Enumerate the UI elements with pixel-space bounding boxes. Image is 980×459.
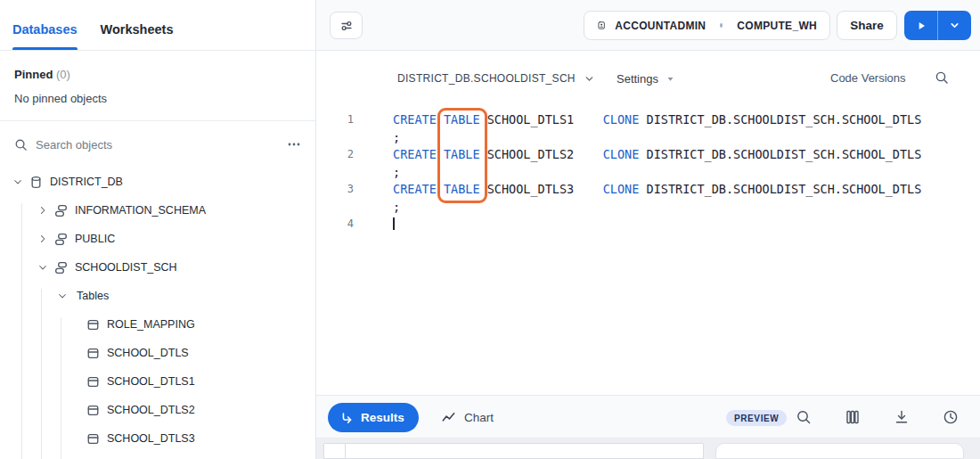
- tree-item-tables[interactable]: Tables: [0, 282, 315, 310]
- line-number: [316, 199, 354, 217]
- results-columns-button[interactable]: [837, 402, 868, 432]
- tab-databases[interactable]: Databases: [12, 22, 78, 50]
- tree-indent-guide: [41, 289, 42, 459]
- sidebar-tabs: Databases Worksheets: [0, 0, 315, 51]
- sql-keyword: TABLE: [444, 182, 480, 196]
- tree-item-role_mapping[interactable]: ROLE_MAPPING: [0, 310, 315, 339]
- search-input[interactable]: [36, 138, 279, 152]
- object-tree: DISTRICT_DBINFORMATION_SCHEMAPUBLICSCHOO…: [0, 168, 315, 453]
- chevron-down-icon[interactable]: [11, 175, 25, 189]
- code-line[interactable]: 3CREATE TABLE SCHOOL_DTLS3 CLONE DISTRIC…: [316, 181, 980, 199]
- code-versions-button[interactable]: Code Versions: [830, 71, 906, 85]
- tree-item-schooldist_sch[interactable]: SCHOOLDIST_SCH: [0, 253, 315, 282]
- share-button[interactable]: Share: [837, 11, 897, 40]
- tree-item-label: SCHOOL_DTLS2: [107, 404, 195, 416]
- sql-keyword: CREATE: [393, 147, 437, 161]
- results-search-button[interactable]: [788, 402, 819, 432]
- chevron-right-icon[interactable]: [36, 203, 50, 217]
- run-split-button: [904, 11, 971, 40]
- tree-item-information_schema[interactable]: INFORMATION_SCHEMA: [0, 196, 315, 225]
- results-grid-header: [346, 443, 704, 459]
- chevron-down-icon[interactable]: [55, 289, 69, 303]
- results-history-button[interactable]: [935, 402, 966, 432]
- line-number: [316, 129, 354, 147]
- preview-badge: PREVIEW: [726, 410, 787, 426]
- caret-down-icon: [666, 75, 674, 83]
- more-options-button[interactable]: [287, 137, 301, 152]
- tree-indent-guide: [21, 203, 22, 459]
- role-name: ACCOUNTADMIN: [615, 20, 706, 32]
- context-selector[interactable]: DISTRICT_DB.SCHOOLDIST_SCH: [397, 72, 595, 85]
- sql-keyword: CLONE: [603, 182, 640, 196]
- table-icon: [86, 403, 100, 417]
- tree-item-label: Tables: [77, 290, 109, 302]
- tree-item-label: SCHOOL_DTLS1: [107, 375, 195, 388]
- results-toolbar: Results Chart PREVIEW: [316, 395, 980, 439]
- database-icon: [29, 175, 43, 189]
- chart-label: Chart: [464, 411, 494, 424]
- tab-chart[interactable]: Chart: [441, 403, 494, 432]
- tree-item-label: PUBLIC: [75, 233, 115, 245]
- chevron-right-icon[interactable]: [36, 232, 50, 246]
- tab-results[interactable]: Results: [328, 403, 419, 432]
- sql-keyword: TABLE: [444, 147, 480, 161]
- role-warehouse-selector[interactable]: ACCOUNTADMIN COMPUTE_WH: [584, 11, 830, 40]
- tree-item-school_dtls[interactable]: SCHOOL_DTLS: [0, 339, 315, 367]
- table-icon: [86, 317, 100, 332]
- schema-icon: [53, 260, 68, 275]
- chevron-down-icon: [949, 20, 960, 31]
- table-icon: [86, 374, 100, 389]
- code-line[interactable]: ;: [316, 129, 980, 147]
- search-icon: [14, 138, 28, 152]
- tree-item-label: SCHOOL_DTLS3: [107, 432, 195, 445]
- code-text: CREATE TABLE SCHOOL_DTLS3 CLONE DISTRICT…: [393, 181, 921, 199]
- tab-worksheets[interactable]: Worksheets: [101, 22, 174, 50]
- sql-text: [437, 147, 444, 161]
- code-line[interactable]: ;: [316, 199, 980, 217]
- tree-item-school_dtls1[interactable]: SCHOOL_DTLS1: [0, 367, 315, 396]
- pinned-count: (0): [56, 68, 70, 81]
- sql-editor[interactable]: 1CREATE TABLE SCHOOL_DTLS1 CLONE DISTRIC…: [316, 107, 980, 395]
- tree-item-label: DISTRICT_DB: [50, 176, 123, 188]
- text-cursor: [393, 217, 395, 230]
- editor-search-button[interactable]: [935, 70, 949, 88]
- results-tools: [788, 402, 980, 432]
- schema-icon: [53, 232, 68, 246]
- history-icon: [943, 409, 959, 425]
- schema-icon: [53, 203, 68, 217]
- code-area: 1CREATE TABLE SCHOOL_DTLS1 CLONE DISTRIC…: [316, 107, 980, 234]
- run-options-button[interactable]: [938, 11, 971, 40]
- results-area: [316, 439, 980, 459]
- sql-keyword: CLONE: [603, 112, 640, 127]
- tree-item-label: INFORMATION_SCHEMA: [75, 204, 206, 217]
- tree-item-label: ROLE_MAPPING: [107, 318, 195, 331]
- code-line[interactable]: ;: [316, 164, 980, 182]
- tree-item-school_dtls3[interactable]: SCHOOL_DTLS3: [0, 424, 315, 453]
- sql-text: DISTRICT_DB.SCHOOLDIST_SCH.SCHOOL_DTLS: [639, 147, 921, 161]
- code-text: ;: [393, 164, 400, 182]
- sql-text: SCHOOL_DTLS1: [480, 112, 603, 127]
- results-label: Results: [361, 411, 404, 424]
- tree-item-school_dtls2[interactable]: SCHOOL_DTLS2: [0, 396, 315, 424]
- play-icon: [915, 20, 927, 32]
- code-line[interactable]: 1CREATE TABLE SCHOOL_DTLS1 CLONE DISTRIC…: [316, 111, 980, 129]
- role-badge-icon: [597, 18, 606, 33]
- sliders-icon: [339, 18, 355, 34]
- results-grid-corner: [323, 443, 346, 459]
- sql-text: ;: [393, 130, 400, 144]
- worksheet-options-button[interactable]: [330, 12, 363, 39]
- run-button[interactable]: [904, 11, 938, 40]
- sql-text: SCHOOL_DTLS2: [480, 147, 603, 161]
- download-icon: [894, 409, 910, 425]
- tree-item-public[interactable]: PUBLIC: [0, 225, 315, 253]
- tree-item-district_db[interactable]: DISTRICT_DB: [0, 168, 315, 196]
- worksheet-header: DISTRICT_DB.SCHOOLDIST_SCH Settings Code…: [316, 51, 980, 107]
- code-line[interactable]: 4: [316, 216, 980, 234]
- context-path: DISTRICT_DB.SCHOOLDIST_SCH: [397, 72, 576, 85]
- chart-line-icon: [441, 410, 456, 425]
- results-download-button[interactable]: [886, 402, 917, 432]
- code-line[interactable]: 2CREATE TABLE SCHOOL_DTLS2 CLONE DISTRIC…: [316, 146, 980, 164]
- chevron-down-icon[interactable]: [36, 260, 50, 275]
- settings-menu[interactable]: Settings: [617, 72, 674, 86]
- dots-horizontal-icon: [287, 137, 301, 152]
